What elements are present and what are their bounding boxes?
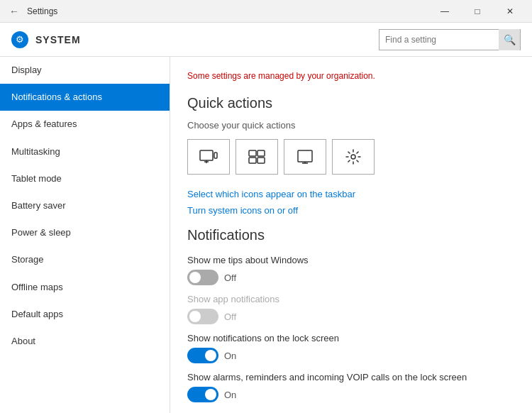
toggle-lock-screen-state: On — [224, 351, 236, 361]
svg-rect-4 — [249, 150, 256, 156]
minimize-button[interactable]: — — [428, 0, 461, 23]
search-icon[interactable]: 🔍 — [499, 29, 520, 50]
sidebar-item-tablet-mode[interactable]: Tablet mode — [0, 165, 170, 192]
notifications-title: Notifications — [187, 227, 515, 243]
toggle-alarms[interactable] — [187, 387, 218, 402]
quick-action-btn-1[interactable] — [187, 139, 230, 175]
toggle-row-alarms: Show alarms, reminders and incoming VOIP… — [187, 372, 515, 402]
close-button[interactable]: ✕ — [494, 0, 526, 23]
sidebar-item-multitasking[interactable]: Multitasking — [0, 138, 170, 165]
taskbar-icons-link[interactable]: Select which icons appear on the taskbar — [187, 189, 515, 199]
sidebar-item-power-sleep[interactable]: Power & sleep — [0, 219, 170, 246]
svg-rect-7 — [257, 158, 265, 163]
quick-actions-row — [187, 139, 515, 175]
titlebar-title: Settings — [27, 6, 57, 16]
toggle-lock-screen-knob — [205, 350, 216, 361]
sidebar-item-battery-saver[interactable]: Battery saver — [0, 192, 170, 219]
back-button[interactable]: ← — [6, 3, 23, 20]
toggle-row-lock-screen: Show notifications on the lock screen On — [187, 333, 515, 363]
sidebar-item-about[interactable]: About — [0, 328, 170, 355]
sidebar-item-display[interactable]: Display — [0, 57, 170, 84]
toggle-app-notifs-state: Off — [224, 312, 236, 322]
toggle-alarms-label: Show alarms, reminders and incoming VOIP… — [187, 372, 515, 382]
sidebar-item-offline-maps[interactable]: Offline maps — [0, 274, 170, 301]
toggle-tips-label: Show me tips about Windows — [187, 255, 515, 265]
toggle-app-notifs-knob — [189, 311, 201, 322]
quick-actions-sub: Choose your quick actions — [187, 120, 515, 131]
svg-rect-0 — [200, 150, 213, 160]
sidebar: Display Notifications & actions Apps & f… — [0, 57, 170, 413]
system-icons-link[interactable]: Turn system icons on or off — [187, 205, 515, 216]
titlebar: ← Settings — □ ✕ — [0, 0, 532, 23]
quick-actions-title: Quick actions — [187, 95, 515, 111]
toggle-tips-container: Off — [187, 270, 515, 285]
org-notice: Some settings are managed by your organi… — [187, 71, 515, 81]
toggle-tips[interactable] — [187, 270, 218, 285]
toggle-lock-screen-label: Show notifications on the lock screen — [187, 333, 515, 343]
toggle-tips-state: Off — [224, 272, 236, 283]
svg-point-11 — [351, 155, 355, 159]
sidebar-item-notifications[interactable]: Notifications & actions — [0, 84, 170, 111]
toggle-tips-knob — [189, 272, 201, 283]
toggle-app-notifs-container: Off — [187, 309, 515, 324]
toggle-alarms-container: On — [187, 387, 515, 402]
toggle-row-app-notifs: Show app notifications Off — [187, 294, 515, 324]
system-icon: ⚙ — [11, 31, 28, 48]
svg-rect-5 — [257, 150, 265, 156]
header: ⚙ SYSTEM 🔍 — [0, 23, 532, 57]
main-layout: Display Notifications & actions Apps & f… — [0, 57, 532, 413]
sidebar-item-storage[interactable]: Storage — [0, 246, 170, 273]
svg-rect-8 — [298, 150, 312, 162]
svg-rect-6 — [249, 158, 256, 163]
toggle-app-notifs-label: Show app notifications — [187, 294, 515, 304]
quick-action-btn-3[interactable] — [284, 139, 326, 175]
toggle-alarms-knob — [205, 389, 216, 400]
sidebar-item-apps-features[interactable]: Apps & features — [0, 111, 170, 138]
sidebar-item-default-apps[interactable]: Default apps — [0, 301, 170, 328]
search-input[interactable] — [379, 35, 499, 45]
svg-rect-1 — [214, 153, 217, 158]
toggle-alarms-state: On — [224, 390, 236, 400]
toggle-app-notifs[interactable] — [187, 309, 218, 324]
page-title: SYSTEM — [35, 34, 81, 45]
quick-action-btn-2[interactable] — [235, 139, 278, 175]
content-area: Some settings are managed by your organi… — [170, 57, 532, 413]
maximize-button[interactable]: □ — [461, 0, 494, 23]
toggle-row-tips: Show me tips about Windows Off — [187, 255, 515, 285]
search-box[interactable]: 🔍 — [379, 29, 521, 50]
quick-action-btn-4[interactable] — [332, 139, 375, 175]
toggle-lock-screen[interactable] — [187, 348, 218, 363]
window-controls: — □ ✕ — [428, 0, 526, 23]
toggle-lock-screen-container: On — [187, 348, 515, 363]
